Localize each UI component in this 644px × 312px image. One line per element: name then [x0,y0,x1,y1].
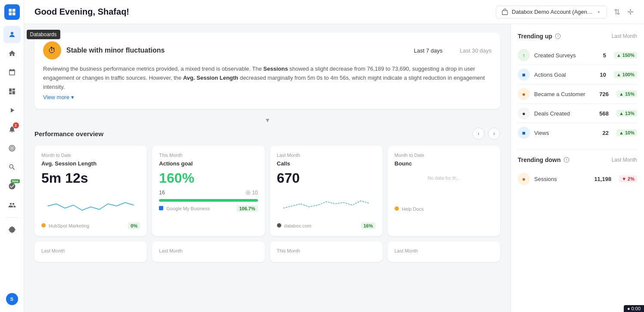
perf-nav: ‹ › [473,128,500,140]
info-icon: i [555,33,561,39]
svg-rect-4 [502,10,507,14]
sessions-icon: ● [518,173,530,185]
sidebar-divider [6,217,19,218]
sidebar-item-home[interactable] [3,45,21,62]
trending-name-created-surveys: Created Surveys [534,52,599,59]
topbar-icons: ⇅ ✛ [614,7,634,17]
card3-period: Last Month [277,153,376,158]
trending-change-became-customer: ▲ 15% [616,90,637,97]
trending-item-actions-goal: ■ Actions Goal 10 ▲ 100% [518,65,637,84]
right-panel: Trending up i Last Month ↑ Created Surve… [510,24,644,312]
content-area: ⏱ Stable with minor fluctuations Last 7 … [24,24,644,312]
trending-value-deals-created: 568 [599,110,609,117]
sidebar-item-settings[interactable] [3,221,21,238]
trending-item-created-surveys: ↑ Created Surveys 5 ▲ 150% [518,46,637,65]
bottom-card-2: Last Month [152,241,264,262]
card1-badge: 0% [128,222,140,229]
card3-source: databox.com [277,223,311,228]
card1-title: Avg. Session Length [41,160,140,167]
performance-header: Performance overview ‹ › [34,128,500,140]
trending-divider [518,149,637,150]
trending-up-label: Trending up i [518,33,561,40]
sidebar-item-profile[interactable]: S [3,290,21,308]
card4-period: Month to Date [395,153,493,158]
trending-down-items: ● Sessions 11,198 ▼ 2% [518,169,637,188]
bottom-card-1: Last Month [34,241,147,262]
metric-card-avg-session: Month to Date Avg. Session Length 5m 12s… [34,146,147,236]
became-customer-icon: ● [518,88,530,100]
card1-period: Month to Date [41,153,140,158]
sidebar-item-goals[interactable] [3,140,21,157]
performance-title: Performance overview [34,130,103,137]
trending-value-views: 22 [603,130,609,136]
card2-progress-fill [159,199,258,202]
card3-footer: databox.com 16% [277,222,376,229]
actions-goal-icon: ■ [518,69,530,81]
trending-change-deals-created: ▲ 13% [616,110,637,117]
card2-title: Actions goal [159,160,258,167]
card2-footer: Google My Business 106.7% [159,205,258,212]
trending-name-actions-goal: Actions Goal [534,72,595,78]
svg-point-0 [11,32,13,34]
svg-point-6 [248,192,249,193]
trending-change-sessions: ▼ 2% [619,175,637,182]
databox-logo-icon[interactable] [4,4,20,20]
chevron-down-icon: ▾ [71,94,74,100]
bottom-bar: ● 0:00 [624,305,644,312]
account-name: Databox Demo Account (Agen… [512,9,593,15]
metric-card-actions-goal: This Month Actions goal 160% 16 10 [152,146,264,236]
main-area: Good Evening, Shafaq! Databox Demo Accou… [24,0,644,312]
ai-card-header: ⏱ Stable with minor fluctuations Last 7 … [43,41,492,59]
trending-change-actions-goal: ▲ 100% [614,71,637,78]
alerts-badge: 2 [13,122,19,128]
trending-value-became-customer: 726 [599,91,609,97]
new-badge: New [11,179,19,183]
metric-card-bounce: Month to Date Bounc No data for th... He… [388,146,500,236]
svg-point-3 [11,148,12,149]
card2-value: 160% [159,170,258,186]
period-7days[interactable]: Last 7 days [414,47,443,54]
ai-card-body: Reviewing the business performance metri… [43,65,492,91]
card1-footer: HubSpot Marketing 0% [41,222,140,229]
sidebar-item-databoards[interactable] [3,83,21,100]
trending-value-created-surveys: 5 [603,52,606,59]
sidebar-item-calendar[interactable] [3,64,21,81]
sidebar-item-alerts[interactable]: 2 [3,121,21,138]
svg-text:i: i [558,34,559,37]
ai-icon: ⏱ [43,41,61,59]
card3-sparkline [277,193,376,215]
trending-down-header: Trending down i Last Month [518,156,637,163]
deals-created-icon: ● [518,107,530,119]
collapse-button[interactable]: ▾ [34,116,500,124]
trending-name-deals-created: Deals Created [534,110,595,117]
account-selector[interactable]: Databox Demo Account (Agen… [496,6,607,19]
view-more-button[interactable]: View more ▾ [43,94,492,100]
sidebar-item-new-feature[interactable]: New [3,178,21,195]
trending-up-header: Trending up i Last Month [518,33,637,40]
perf-prev-button[interactable]: ‹ [473,128,485,140]
card3-badge: 16% [361,222,376,229]
trending-value-sessions: 11,198 [594,176,611,182]
perf-next-button[interactable]: › [488,128,500,140]
sidebar-item-search[interactable] [3,159,21,176]
sidebar: Databoards 2 New S [0,0,24,312]
card2-goal-icon: 10 [246,190,258,196]
ai-card-period: Last 7 days Last 30 days [414,47,492,54]
trending-change-views: ▲ 10% [616,129,637,136]
trending-name-views: Views [534,130,598,136]
sidebar-item-play[interactable] [3,102,21,119]
trending-item-sessions: ● Sessions 11,198 ▼ 2% [518,169,637,188]
svg-text:i: i [566,158,567,161]
card3-value: 670 [277,170,376,186]
period-30days[interactable]: Last 30 days [460,47,492,54]
card2-source: Google My Business [159,206,210,211]
trending-name-sessions: Sessions [534,176,590,182]
card2-goal: 16 10 [159,190,258,196]
chevron-down-icon [596,9,601,15]
pin-icon[interactable]: ✛ [627,7,634,17]
sidebar-item-user[interactable]: Databoards [3,26,21,43]
sort-icon[interactable]: ⇅ [614,7,620,17]
card4-footer: Help Docs [395,206,493,212]
sidebar-item-team[interactable] [3,197,21,214]
ai-summary-card: ⏱ Stable with minor fluctuations Last 7 … [34,33,500,109]
